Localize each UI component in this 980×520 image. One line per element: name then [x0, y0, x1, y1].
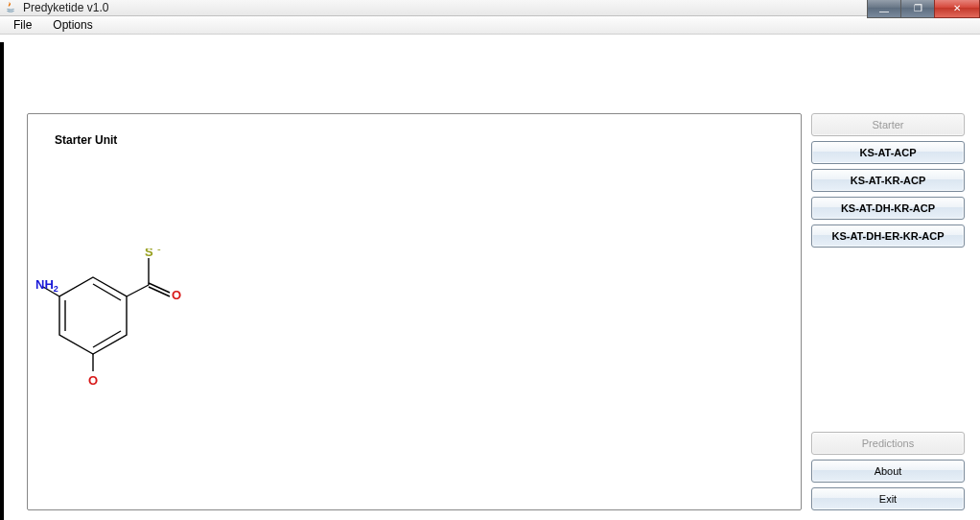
predictions-button: Predictions [811, 432, 965, 455]
label-o-carbonyl: O [172, 288, 181, 302]
side-panel: Starter KS-AT-ACP KS-AT-KR-ACP KS-AT-DH-… [811, 113, 965, 510]
svg-line-2 [93, 331, 121, 347]
menu-file[interactable]: File [10, 16, 35, 34]
exit-button[interactable]: Exit [811, 487, 965, 510]
window-controls: — ❐ ✕ [868, 0, 980, 18]
ks-at-acp-button[interactable]: KS-AT-ACP [811, 141, 965, 164]
label-s-minus: - [157, 248, 161, 254]
about-button[interactable]: About [811, 460, 965, 483]
close-button[interactable]: ✕ [934, 0, 980, 18]
label-s: S [145, 248, 153, 259]
svg-marker-0 [59, 277, 127, 354]
molecule-structure: NH2 S - O O [35, 248, 198, 414]
titlebar: Predyketide v1.0 — ❐ ✕ [0, 0, 980, 16]
ks-at-dh-er-kr-acp-button[interactable]: KS-AT-DH-ER-KR-ACP [811, 225, 965, 248]
starter-button: Starter [811, 113, 965, 136]
app-window: Predyketide v1.0 — ❐ ✕ File Options Star… [0, 0, 980, 520]
label-nh2: NH2 [35, 277, 58, 294]
ks-at-dh-kr-acp-button[interactable]: KS-AT-DH-KR-ACP [811, 197, 965, 220]
maximize-button[interactable]: ❐ [900, 0, 935, 18]
menu-options[interactable]: Options [49, 16, 96, 34]
menubar: File Options [0, 16, 980, 35]
structure-canvas: Starter Unit [27, 113, 802, 510]
ks-at-kr-acp-button[interactable]: KS-AT-KR-ACP [811, 169, 965, 192]
svg-line-4 [127, 285, 149, 296]
window-title: Predyketide v1.0 [23, 1, 108, 14]
java-icon [4, 1, 17, 14]
label-o-hydroxyl: O [88, 373, 98, 388]
left-border-strip [0, 42, 4, 520]
canvas-title: Starter Unit [55, 133, 117, 147]
content-area: Starter Unit [0, 35, 980, 520]
minimize-button[interactable]: — [867, 0, 901, 18]
side-spacer [811, 252, 965, 427]
svg-line-1 [93, 284, 121, 300]
